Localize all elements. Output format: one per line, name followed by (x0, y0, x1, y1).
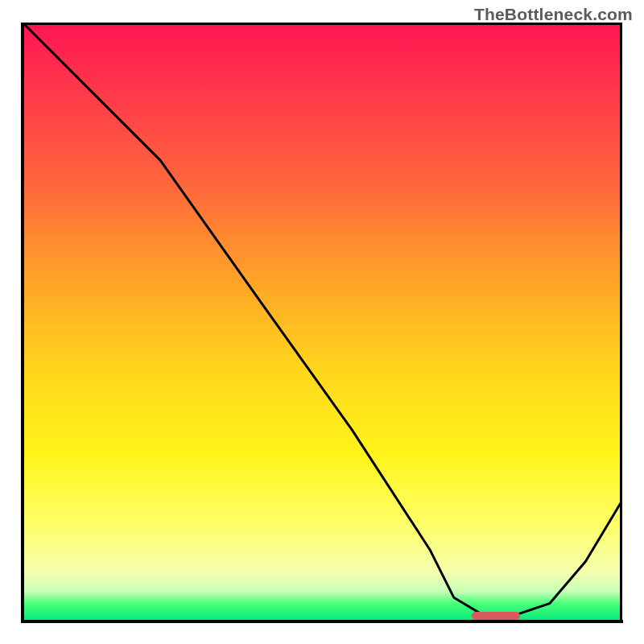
watermark-text: TheBottleneck.com (474, 5, 633, 24)
axis-left (21, 23, 24, 623)
optimal-marker (472, 612, 520, 620)
bottleneck-chart: TheBottleneck.com (0, 0, 644, 644)
axis-bottom (21, 620, 623, 623)
plot-area (23, 23, 621, 621)
bottleneck-curve (23, 23, 621, 616)
curve-layer (23, 23, 621, 621)
axis-right (620, 23, 622, 623)
